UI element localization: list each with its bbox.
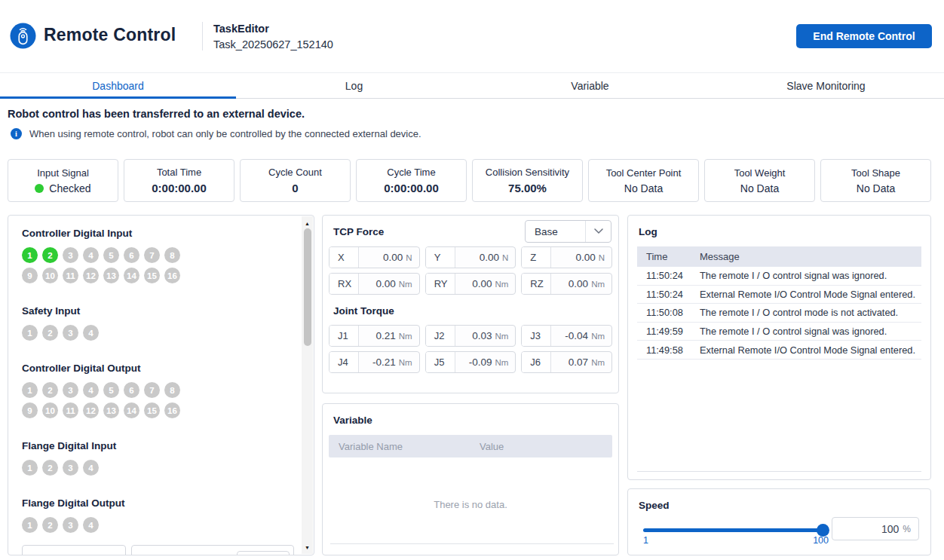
io-indicator: 4 xyxy=(83,247,99,263)
io-indicator: 16 xyxy=(164,402,180,418)
io-indicator: 5 xyxy=(103,247,119,263)
io-indicator: 15 xyxy=(144,402,160,418)
status-card-value: No Data xyxy=(857,182,895,194)
io-indicator: 14 xyxy=(124,268,139,283)
log-table-header: Time Message xyxy=(637,246,921,267)
io-indicator-row: 910111213141516 xyxy=(22,402,291,418)
io-widget-partial-1 xyxy=(22,545,126,555)
status-card-label: Input Signal xyxy=(37,167,89,179)
value-number: 0.00 xyxy=(472,278,492,289)
end-remote-control-button[interactable]: End Remote Control xyxy=(796,24,932,48)
status-card-value: No Data xyxy=(624,182,663,194)
value-row: J10.21NmJ20.03NmJ3-0.04Nm xyxy=(329,325,612,347)
reference-frame-dropdown[interactable]: Base xyxy=(525,220,611,243)
scrollbar-thumb[interactable] xyxy=(304,228,311,346)
io-indicator: 9 xyxy=(22,402,38,418)
io-indicator: 10 xyxy=(42,268,58,283)
log-message-column-header: Message xyxy=(700,251,740,262)
tab-slave-monitoring[interactable]: Slave Monitoring xyxy=(708,73,944,98)
io-indicator: 11 xyxy=(63,268,78,283)
log-time-column-header: Time xyxy=(637,251,700,262)
variable-value-column-header: Value xyxy=(480,441,504,452)
value-box-j3: J3-0.04Nm xyxy=(521,325,612,347)
value-box-value: -0.21Nm xyxy=(359,352,419,372)
io-indicator-row: 1234 xyxy=(22,460,291,476)
log-panel: Log Time Message 11:50:24The remote I / … xyxy=(627,215,931,480)
tab-dashboard[interactable]: Dashboard xyxy=(0,73,236,98)
io-section: Flange Digital Output1234 xyxy=(22,497,291,533)
status-card: Cycle Time0:00:00.00 xyxy=(356,159,467,202)
io-indicator: 1 xyxy=(22,325,38,341)
log-row: 11:50:24The remote I / O control signal … xyxy=(637,267,921,286)
app-title: Remote Control xyxy=(44,25,176,45)
speed-panel: Speed 1 100 100 % xyxy=(627,488,931,555)
notice-info-row: i When using remote control, robot can o… xyxy=(11,128,421,139)
value-box-value: 0.03Nm xyxy=(455,326,516,346)
status-card-value-text: Checked xyxy=(49,182,90,194)
io-status-panel: Controller Digital Input1234567891011121… xyxy=(8,215,314,555)
io-indicator: 3 xyxy=(63,247,78,263)
value-unit: Nm xyxy=(591,358,605,367)
value-number: 0.00 xyxy=(480,252,499,263)
io-indicator: 2 xyxy=(42,460,58,476)
io-indicator: 7 xyxy=(144,382,160,398)
speed-slider-track[interactable] xyxy=(643,528,829,532)
tab-log[interactable]: Log xyxy=(236,73,472,98)
io-indicator: 1 xyxy=(22,460,38,476)
speed-value-input[interactable]: 100 % xyxy=(832,517,919,540)
io-indicator: 3 xyxy=(63,382,78,398)
value-box-label: J2 xyxy=(426,326,455,346)
io-indicator: 6 xyxy=(124,247,139,263)
reference-frame-value: Base xyxy=(526,226,585,237)
io-section: Safety Input1234 xyxy=(22,305,291,341)
value-unit: N xyxy=(502,253,508,262)
status-card-label: Collision Sensitivity xyxy=(486,167,569,178)
io-indicator: 4 xyxy=(83,382,99,398)
log-message: The remote I / O control mode is not act… xyxy=(700,307,898,318)
io-indicator: 15 xyxy=(144,268,160,283)
speed-max-label: 100 xyxy=(643,535,829,546)
value-box-j6: J60.07Nm xyxy=(521,351,612,373)
log-time: 11:50:24 xyxy=(637,270,700,281)
value-number: 0.00 xyxy=(569,278,588,289)
value-box-j2: J20.03Nm xyxy=(425,325,516,347)
value-box-value: 0.00N xyxy=(359,247,419,268)
scrollbar-up-icon[interactable]: ▲ xyxy=(302,218,313,228)
io-indicator: 1 xyxy=(22,382,38,398)
io-indicator: 16 xyxy=(164,268,180,283)
value-unit: Nm xyxy=(495,332,508,341)
value-box-label: RY xyxy=(426,274,455,294)
status-card: Tool WeightNo Data xyxy=(704,159,815,202)
io-indicator-row: 910111213141516 xyxy=(22,268,291,283)
value-row: RX0.00NmRY0.00NmRZ0.00Nm xyxy=(329,273,612,295)
status-card-value: 0 xyxy=(292,182,298,194)
io-indicator: 2 xyxy=(42,325,58,341)
io-indicator: 2 xyxy=(42,517,58,533)
value-box-value: 0.00Nm xyxy=(551,274,611,294)
status-card-value-text: No Data xyxy=(740,182,779,194)
log-message: The remote I / O control signal was igno… xyxy=(700,270,887,281)
value-box-label: RZ xyxy=(522,274,551,294)
notice-info-text: When using remote control, robot can onl… xyxy=(29,128,421,139)
io-indicator: 4 xyxy=(83,325,99,341)
value-box-value: -0.09Nm xyxy=(455,352,516,372)
scrollbar-down-icon[interactable]: ▼ xyxy=(302,542,313,552)
log-panel-divider xyxy=(637,471,921,472)
remote-control-logo-icon xyxy=(10,23,36,49)
status-card-value-text: No Data xyxy=(857,182,895,194)
io-panel-scrollbar[interactable]: ▲ ▼ xyxy=(302,216,313,554)
value-box-label: Z xyxy=(522,247,551,268)
status-card-row: Input SignalCheckedTotal Time0:00:00.00C… xyxy=(8,159,931,202)
io-indicator: 3 xyxy=(63,460,78,476)
value-number: 0.03 xyxy=(472,330,492,341)
value-box-value: 0.21Nm xyxy=(359,326,419,346)
variable-table-header: Variable Name Value xyxy=(329,435,612,457)
app-header: Remote Control TaskEditor Task_20250627_… xyxy=(0,0,944,72)
io-indicator: 11 xyxy=(63,402,78,418)
value-number: -0.21 xyxy=(372,357,396,368)
value-number: 0.00 xyxy=(575,252,595,263)
tab-variable[interactable]: Variable xyxy=(472,73,708,98)
value-box-label: J4 xyxy=(329,352,359,372)
status-card-label: Cycle Count xyxy=(268,167,322,178)
value-box-j1: J10.21Nm xyxy=(329,325,420,347)
